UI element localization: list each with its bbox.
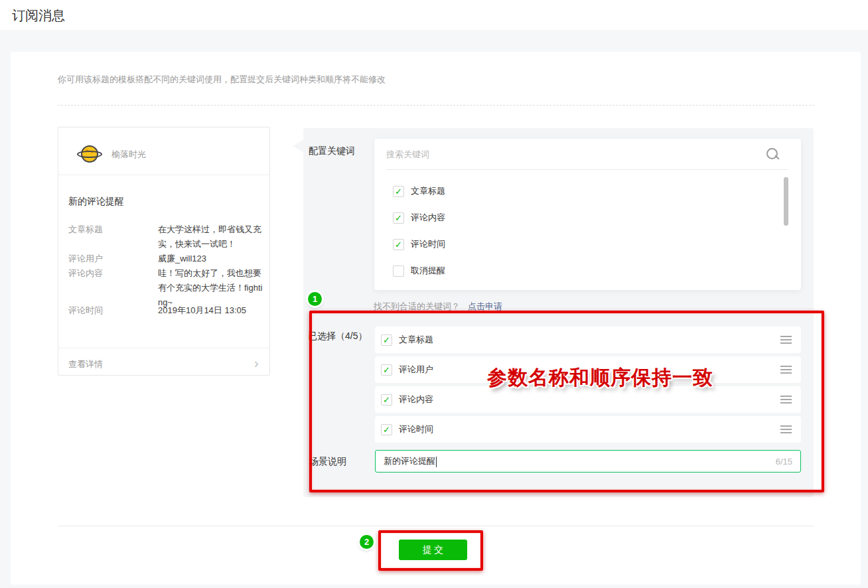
checkbox-icon[interactable]: ✓ <box>393 239 404 250</box>
selected-count-label: 已选择（4/5） <box>308 331 367 342</box>
selected-keyword-row: ✓ 评论内容 <box>375 386 801 413</box>
text-caret <box>436 457 437 467</box>
top-bar: 订阅消息 <box>0 0 868 30</box>
apply-link[interactable]: 点击申请 <box>468 301 502 311</box>
selected-keyword-label: 评论用户 <box>399 364 780 376</box>
search-input[interactable] <box>386 144 758 164</box>
not-found-row: 找不到合适的关键词？点击申请 <box>374 301 502 313</box>
field-label: 评论时间 <box>68 303 103 318</box>
char-counter: 6/15 <box>776 457 792 467</box>
search-icon <box>766 148 780 161</box>
step-2-badge: 2 <box>360 535 374 549</box>
keyword-option-label: 评论时间 <box>411 238 445 250</box>
scene-description-input[interactable]: 新的评论提醒 6/15 <box>375 450 801 473</box>
field-label: 文章标题 <box>68 222 103 237</box>
selected-keyword-row: ✓ 评论时间 <box>375 416 801 443</box>
planet-avatar-icon <box>79 143 100 165</box>
field-label: 评论用户 <box>68 252 103 266</box>
selected-keyword-label: 文章标题 <box>399 334 780 346</box>
field-value: 2019年10月14日 13:05 <box>158 303 263 318</box>
keyword-option[interactable]: ✓ 取消提醒 <box>393 265 658 277</box>
checkbox-icon[interactable]: ✓ <box>393 265 404 277</box>
selected-keyword-row: ✓ 文章标题 <box>375 327 801 353</box>
drag-handle-icon[interactable] <box>780 366 792 367</box>
keyword-option[interactable]: ✓ 文章标题 <box>393 185 658 197</box>
keyword-option[interactable]: ✓ 评论时间 <box>393 238 658 250</box>
intro-text: 你可用该标题的模板搭配不同的关键词使用，配置提交后关键词种类和顺序将不能修改 <box>58 74 386 86</box>
chevron-right-icon: › <box>254 356 259 371</box>
submit-button[interactable]: 提交 <box>399 540 467 560</box>
divider <box>386 169 788 170</box>
template-preview-card: 榆落时光 新的评论提醒 文章标题 在大学这样过，即省钱又充实，快来试一试吧！ 评… <box>58 127 270 376</box>
template-title: 新的评论提醒 <box>68 196 124 208</box>
footer-divider <box>58 526 814 526</box>
checkbox-icon[interactable]: ✓ <box>393 186 404 197</box>
drag-handle-icon[interactable] <box>780 396 792 397</box>
keyword-option-label: 评论内容 <box>411 212 445 224</box>
scene-input-value: 新的评论提醒 <box>384 455 776 467</box>
drag-handle-icon[interactable] <box>780 336 792 337</box>
divider <box>58 348 269 348</box>
scene-description-label: 场景说明 <box>309 456 346 468</box>
drag-handle-icon[interactable] <box>780 425 792 427</box>
config-keywords-label: 配置关键词 <box>309 145 355 157</box>
keyword-option[interactable]: ✓ 评论内容 <box>393 212 658 224</box>
divider <box>58 175 269 175</box>
checkbox-icon[interactable]: ✓ <box>381 424 392 435</box>
checkbox-icon[interactable]: ✓ <box>381 364 392 376</box>
field-value: 在大学这样过，即省钱又充实，快来试一试吧！ <box>158 222 263 252</box>
not-found-text: 找不到合适的关键词？ <box>374 301 460 311</box>
scrollbar[interactable] <box>784 177 788 226</box>
keyword-dropdown: ✓ 文章标题 ✓ 评论内容 ✓ 评论时间 ✓ 取消提醒 <box>374 139 801 290</box>
view-detail-link[interactable]: 查看详情 <box>68 358 103 370</box>
field-label: 评论内容 <box>68 266 103 281</box>
keyword-option-label: 取消提醒 <box>411 265 445 277</box>
step-1-badge: 1 <box>308 292 322 306</box>
selected-keyword-label: 评论内容 <box>399 394 780 405</box>
checkbox-icon[interactable]: ✓ <box>393 212 404 224</box>
field-value: 威廉_will123 <box>158 252 263 266</box>
panel-notch <box>293 139 304 153</box>
selected-keyword-row: ✓ 评论用户 <box>375 356 801 383</box>
checkbox-icon[interactable]: ✓ <box>381 394 392 405</box>
keyword-option-label: 文章标题 <box>411 185 445 197</box>
selected-keyword-label: 评论时间 <box>399 423 780 435</box>
account-name: 榆落时光 <box>111 149 146 161</box>
dashed-divider <box>58 105 814 106</box>
page-title: 订阅消息 <box>12 7 65 25</box>
checkbox-icon[interactable]: ✓ <box>381 334 392 346</box>
